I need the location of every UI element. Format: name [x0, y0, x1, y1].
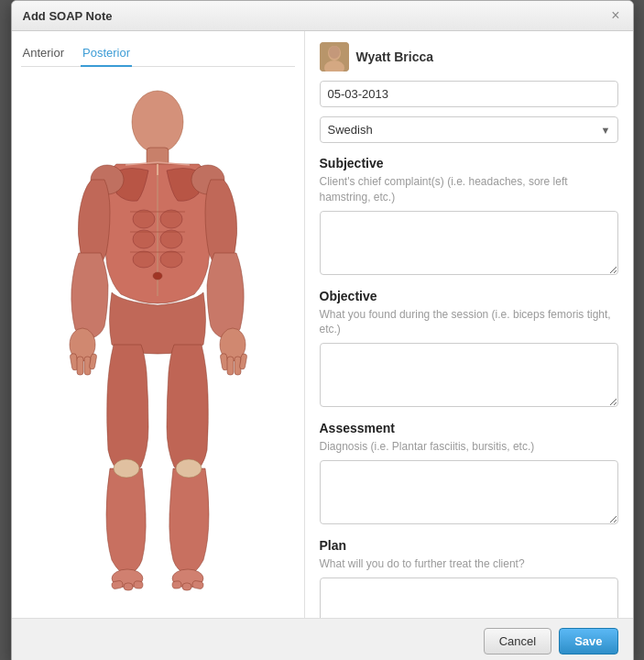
plan-hint: What will you do to further treat the cl…	[320, 556, 618, 572]
dialog-title: Add SOAP Note	[23, 9, 113, 23]
dialog-body: Anterior Posterior	[12, 31, 633, 618]
svg-rect-27	[182, 583, 191, 590]
add-soap-note-dialog: Add SOAP Note × Anterior Posterior	[11, 0, 634, 660]
objective-section: Objective What you found during the sess…	[320, 289, 618, 422]
user-name: Wyatt Bricca	[356, 50, 434, 64]
anatomy-svg	[38, 83, 277, 597]
tabs-container: Anterior Posterior	[21, 40, 295, 67]
svg-point-4	[133, 230, 155, 248]
subjective-hint: Client's chief complaint(s) (i.e. headac…	[320, 174, 618, 205]
svg-point-7	[160, 251, 182, 268]
objective-hint: What you found during the session (i.e. …	[320, 307, 618, 338]
svg-rect-25	[134, 581, 144, 589]
svg-point-3	[160, 210, 182, 228]
svg-point-29	[114, 459, 139, 478]
objective-textarea[interactable]	[320, 343, 618, 407]
objective-title: Objective	[320, 289, 618, 303]
assessment-hint: Diagnosis (i.e. Plantar fasciitis, bursi…	[320, 439, 618, 455]
save-button[interactable]: Save	[559, 628, 617, 654]
assessment-textarea[interactable]	[320, 460, 618, 524]
svg-rect-26	[172, 581, 182, 589]
plan-textarea[interactable]	[320, 578, 618, 618]
svg-point-41	[329, 46, 340, 59]
avatar	[320, 42, 349, 72]
svg-rect-14	[77, 357, 83, 375]
massage-type-select[interactable]: Swedish Deep Tissue Sports Prenatal	[320, 116, 618, 143]
date-input[interactable]	[320, 81, 618, 107]
svg-point-0	[132, 91, 183, 153]
user-row: Wyatt Bricca	[320, 42, 618, 72]
dialog-footer: Cancel Save	[12, 618, 633, 660]
svg-point-37	[153, 272, 162, 280]
anatomy-image-container	[21, 74, 295, 606]
tab-anterior[interactable]: Anterior	[21, 40, 67, 67]
subjective-textarea[interactable]	[320, 211, 618, 275]
tab-posterior[interactable]: Posterior	[81, 40, 132, 67]
svg-rect-24	[124, 583, 133, 590]
subjective-title: Subjective	[320, 156, 618, 170]
subjective-section: Subjective Client's chief complaint(s) (…	[320, 156, 618, 289]
assessment-section: Assessment Diagnosis (i.e. Plantar fasci…	[320, 421, 618, 538]
plan-title: Plan	[320, 538, 618, 553]
svg-point-5	[160, 230, 182, 248]
svg-point-2	[133, 210, 155, 228]
close-button[interactable]: ×	[609, 8, 621, 23]
dialog-header: Add SOAP Note ×	[12, 1, 633, 31]
svg-rect-18	[227, 357, 234, 375]
cancel-button[interactable]: Cancel	[484, 628, 551, 654]
svg-point-6	[133, 251, 155, 268]
plan-section: Plan What will you do to further treat t…	[320, 538, 618, 618]
right-panel: Wyatt Bricca Swedish Deep Tissue Sports …	[305, 31, 633, 618]
svg-point-30	[176, 459, 202, 478]
assessment-title: Assessment	[320, 421, 618, 435]
left-panel: Anterior Posterior	[12, 31, 305, 618]
dialog-overlay: Add SOAP Note × Anterior Posterior	[0, 0, 644, 660]
massage-type-wrapper: Swedish Deep Tissue Sports Prenatal ▼	[320, 116, 618, 143]
